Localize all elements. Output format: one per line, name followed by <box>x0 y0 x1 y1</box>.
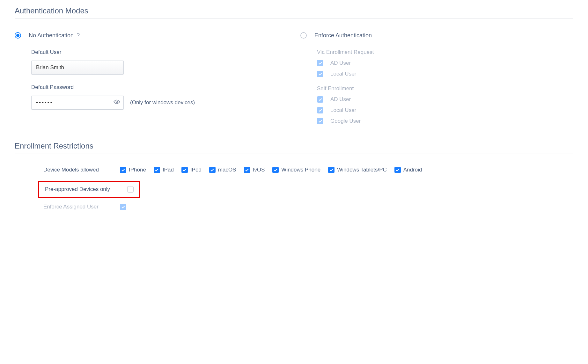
checkbox-self-google-user[interactable] <box>317 118 323 124</box>
self-google-user-row[interactable]: Google User <box>317 118 573 124</box>
checkbox-ipod[interactable] <box>181 167 188 173</box>
device-iphone-label: IPhone <box>129 167 146 173</box>
device-windows-phone[interactable]: Windows Phone <box>272 167 320 173</box>
checkbox-windows-phone[interactable] <box>272 167 279 173</box>
self-ad-user-label: AD User <box>330 96 351 103</box>
default-user-label: Default User <box>31 49 288 55</box>
checkbox-self-ad-user[interactable] <box>317 96 323 103</box>
device-windows-phone-label: Windows Phone <box>281 167 320 173</box>
eye-icon[interactable] <box>114 99 120 107</box>
device-android-label: Android <box>403 167 422 173</box>
checkbox-enforce-assigned[interactable] <box>120 204 126 210</box>
checkbox-tvos[interactable] <box>244 167 250 173</box>
device-iphone[interactable]: IPhone <box>120 167 146 173</box>
device-macos-label: macOS <box>218 167 236 173</box>
password-hint: (Only for windows devices) <box>130 99 195 106</box>
radio-no-auth[interactable] <box>15 32 21 39</box>
self-local-user-label: Local User <box>330 107 356 113</box>
checkbox-preapproved[interactable] <box>127 186 134 193</box>
svg-point-0 <box>116 101 118 103</box>
self-local-user-row[interactable]: Local User <box>317 107 573 113</box>
no-auth-option[interactable]: No Authentication ? <box>15 32 288 40</box>
device-tvos[interactable]: tvOS <box>244 167 265 173</box>
via-local-user-row[interactable]: Local User <box>317 71 573 77</box>
checkbox-android[interactable] <box>394 167 401 173</box>
device-android[interactable]: Android <box>394 167 422 173</box>
device-tvos-label: tvOS <box>253 167 265 173</box>
no-auth-label: No Authentication ? <box>29 32 80 40</box>
checkbox-via-ad-user[interactable] <box>317 60 323 66</box>
enforce-assigned-label: Enforce Assigned User <box>43 204 114 210</box>
device-windows-tablets[interactable]: Windows Tablets/PC <box>328 167 387 173</box>
device-macos[interactable]: macOS <box>209 167 236 173</box>
enforce-auth-label: Enforce Authentication <box>314 32 372 40</box>
preapproved-highlight: Pre-approved Devices only <box>38 181 140 198</box>
device-ipad[interactable]: IPad <box>154 167 174 173</box>
enforce-assigned-row: Enforce Assigned User <box>43 204 573 210</box>
self-google-user-label: Google User <box>330 118 361 124</box>
self-enrollment-heading: Self Enrollment <box>317 85 573 92</box>
device-windows-tablets-label: Windows Tablets/PC <box>337 167 387 173</box>
auth-columns: No Authentication ? Default User Brian S… <box>15 32 573 129</box>
checkbox-self-local-user[interactable] <box>317 107 323 113</box>
help-icon[interactable]: ? <box>77 32 80 39</box>
checkbox-via-local-user[interactable] <box>317 71 323 77</box>
no-auth-subblock: Default User Brian Smith Default Passwor… <box>31 49 288 110</box>
default-password-input[interactable] <box>31 96 124 110</box>
enforce-auth-option[interactable]: Enforce Authentication <box>300 32 573 40</box>
section-title-auth: Authentication Modes <box>15 6 573 19</box>
preapproved-label: Pre-approved Devices only <box>45 186 110 193</box>
auth-right-col: Enforce Authentication Via Enrollment Re… <box>300 32 573 129</box>
password-row: (Only for windows devices) <box>31 96 288 110</box>
password-input-wrap <box>31 96 124 110</box>
auth-left-col: No Authentication ? Default User Brian S… <box>15 32 288 129</box>
via-enrollment-heading: Via Enrollment Request <box>317 49 573 55</box>
checkbox-macos[interactable] <box>209 167 216 173</box>
default-user-select[interactable]: Brian Smith <box>31 61 124 75</box>
device-models-row: Device Models allowed IPhone IPad IPod m… <box>43 167 573 173</box>
radio-enforce-auth[interactable] <box>300 32 307 39</box>
via-ad-user-label: AD User <box>330 60 351 66</box>
via-ad-user-row[interactable]: AD User <box>317 60 573 66</box>
enforce-subblock: Via Enrollment Request AD User Local Use… <box>317 49 573 124</box>
default-password-label: Default Password <box>31 84 288 91</box>
checkbox-windows-tablets[interactable] <box>328 167 334 173</box>
device-ipod[interactable]: IPod <box>181 167 202 173</box>
device-ipad-label: IPad <box>163 167 174 173</box>
via-local-user-label: Local User <box>330 71 356 77</box>
device-ipod-label: IPod <box>190 167 202 173</box>
device-models-label: Device Models allowed <box>43 167 114 173</box>
devices-list: IPhone IPad IPod macOS tvOS Windows Phon… <box>120 167 422 173</box>
self-ad-user-row[interactable]: AD User <box>317 96 573 103</box>
section-title-restrict: Enrollment Restrictions <box>15 142 573 154</box>
checkbox-iphone[interactable] <box>120 167 126 173</box>
no-auth-text: No Authentication <box>29 32 74 39</box>
default-user-value: Brian Smith <box>36 64 64 71</box>
checkbox-ipad[interactable] <box>154 167 160 173</box>
